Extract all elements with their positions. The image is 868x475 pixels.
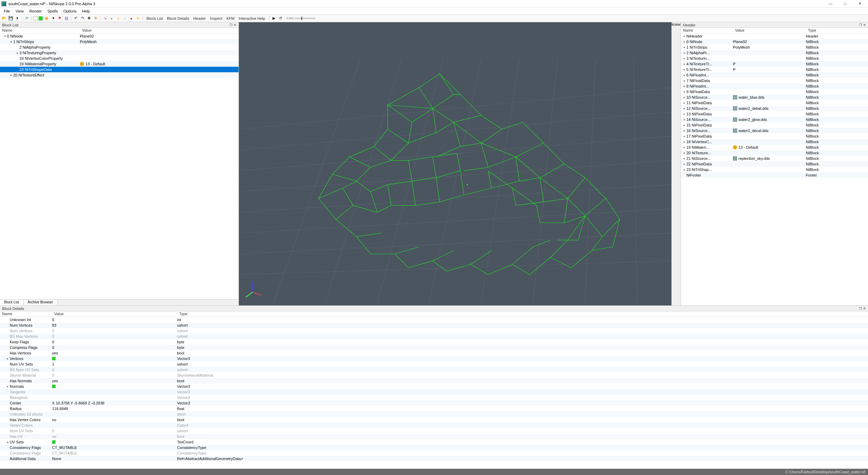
detail-row[interactable]: Skyrim Material0SkyrimHavokMaterial	[0, 372, 868, 378]
bdcol-value[interactable]: Value	[52, 311, 177, 317]
detail-row[interactable]: Consistency FlagsCT_MUTABLEConsistencyTy…	[0, 445, 868, 450]
panel-close-icon[interactable]: ✕	[234, 23, 236, 27]
expander-icon[interactable]: ▸	[682, 84, 686, 88]
toolbtn-interactive-help[interactable]: Interactive Help	[236, 16, 267, 21]
menu-view[interactable]: View	[13, 8, 26, 14]
detail-row[interactable]: Num Vertices83ushort	[0, 322, 868, 328]
detail-row[interactable]: BS Num UV Sets0ushort	[0, 367, 868, 372]
expander-icon[interactable]: ▸	[682, 51, 686, 55]
expander-icon[interactable]: ▸	[682, 73, 686, 77]
toolbtn-block-list[interactable]: Block List	[144, 16, 165, 21]
undo-icon[interactable]: ↶	[73, 16, 78, 21]
block-row[interactable]: 2 NiAlphaProperty	[0, 44, 239, 50]
header-row[interactable]: ▸0 NiNodePlane02NiBlock	[681, 39, 868, 44]
block-details-rows[interactable]: Unknown Int0intNum Vertices83ushortNum V…	[0, 317, 868, 469]
dot3-icon[interactable]: ●	[122, 16, 127, 21]
header-row[interactable]: ▸2 NiAlphaPr...NiBlock	[681, 50, 868, 56]
detail-row[interactable]: Consistency FlagsCT_MUTABLEConsistencyTy…	[0, 450, 868, 456]
header-row[interactable]: ▸21 NiSource...replection_sky.ddsNiBlock	[681, 156, 868, 161]
expander-icon[interactable]: ▸	[682, 129, 686, 132]
header-row[interactable]: ▸5 NiTextureTr...PNiBlock	[681, 67, 868, 72]
detail-row[interactable]: Unknown 13 shortsshort	[0, 411, 868, 417]
close-button[interactable]: ✕	[856, 1, 864, 6]
header-row[interactable]: ▸8 NiFloatInt...NiBlock	[681, 83, 868, 89]
expander-icon[interactable]: ▸	[6, 357, 10, 360]
axes-icon[interactable]: ✦	[50, 16, 56, 21]
header-row[interactable]: ▸3 NiTexturin...NiBlock	[681, 56, 868, 61]
dot4-icon[interactable]: ●	[128, 16, 134, 21]
expander-icon[interactable]: ▸	[682, 34, 686, 38]
open-icon[interactable]: 📂	[1, 16, 7, 21]
expander-icon[interactable]: ▸	[682, 68, 686, 71]
sun-icon[interactable]: ☀	[135, 16, 141, 21]
header-row[interactable]: ▸4 NiTextureTr...PNiBlock	[681, 61, 868, 67]
block-row[interactable]: ▾1 NiTriStripsPolyMesh	[0, 39, 239, 44]
expander-icon[interactable]: ▸	[682, 79, 686, 82]
expander-icon[interactable]: ▸	[9, 73, 13, 77]
header-row[interactable]: NiFooterFooter	[681, 172, 868, 178]
expander-icon[interactable]: ▸	[682, 57, 686, 60]
header-row[interactable]: ▸14 NiSource...water2_glow.ddsNiBlock	[681, 117, 868, 122]
detail-row[interactable]: Has Normalsyesbool	[0, 378, 868, 384]
hcol-value[interactable]: Value	[733, 28, 806, 33]
toolbtn-kfm[interactable]: KFM	[224, 16, 236, 21]
detail-row[interactable]: Has UVnobool	[0, 434, 868, 439]
viewport-3d[interactable]	[239, 22, 671, 305]
expander-icon[interactable]: ▸	[682, 168, 686, 171]
panel-undock-icon[interactable]: ❐	[859, 23, 862, 27]
header-row[interactable]: ▸1 NiTriStripsPolyMeshNiBlock	[681, 44, 868, 50]
menu-file[interactable]: File	[1, 8, 12, 14]
link-icon[interactable]: ⛓	[64, 16, 69, 21]
detail-row[interactable]: Has Vertex Colorsnobool	[0, 417, 868, 423]
block-row[interactable]: ▸3 NiTexturingProperty	[0, 50, 239, 56]
expander-icon[interactable]: ▸	[682, 151, 686, 155]
detail-row[interactable]: TangentsVector3	[0, 389, 868, 395]
detail-row[interactable]: CenterX 10.3758 Y -5.8668 Z -0.2838Vecto…	[0, 400, 868, 406]
expander-icon[interactable]: ▾	[9, 40, 13, 43]
header-row[interactable]: ▸18 NiVertexC...NiBlock	[681, 139, 868, 145]
hcol-name[interactable]: Name	[681, 28, 733, 33]
header-row[interactable]: ▸17 NiPixelDataNiBlock	[681, 133, 868, 139]
dot2-icon[interactable]: ●	[115, 16, 121, 21]
minimize-button[interactable]: —	[826, 1, 835, 6]
toolbtn-block-details[interactable]: Block Details	[165, 16, 191, 21]
tab-archive-browser[interactable]: Archive Browser	[24, 300, 58, 305]
expander-icon[interactable]: ▸	[6, 440, 10, 444]
save-icon[interactable]: 💾	[8, 16, 14, 21]
dot1-icon[interactable]: ●	[109, 16, 114, 21]
hcol-type[interactable]: Type	[806, 28, 818, 33]
block-row[interactable]: 23 NiTriShapeData	[0, 67, 239, 72]
detail-row[interactable]: Num Vertices0ushort	[0, 328, 868, 334]
expander-icon[interactable]: ▸	[6, 385, 10, 388]
move-icon[interactable]: ✥	[86, 16, 92, 21]
header-row[interactable]: ▸20 NiTexture...NiBlock	[681, 150, 868, 156]
expander-icon[interactable]: ▸	[682, 62, 686, 66]
block-row[interactable]: 19 NiMaterialProperty13 - Default	[0, 61, 239, 67]
expander-icon[interactable]: ▸	[682, 46, 686, 49]
bdcol-type[interactable]: Type	[177, 311, 190, 317]
header-row[interactable]: ▸10 NiSource...water_blue.ddsNiBlock	[681, 95, 868, 100]
header-row[interactable]: ▸16 NiSource...water2_decal.ddsNiBlock	[681, 128, 868, 133]
play-icon[interactable]: ▶	[271, 16, 277, 21]
reload-icon[interactable]: ⟳	[24, 16, 30, 21]
header-row[interactable]: ▸15 NiPixelDataNiBlock	[681, 122, 868, 128]
graph-icon[interactable]: ↘	[102, 16, 108, 21]
panel-undock-icon[interactable]: ❐	[859, 307, 862, 310]
target-icon[interactable]: ✵	[93, 16, 98, 21]
menu-help[interactable]: Help	[80, 8, 92, 14]
redo-icon[interactable]: ↷	[80, 16, 85, 21]
expander-icon[interactable]: ▸	[682, 118, 686, 121]
detail-row[interactable]: Num UV Sets0ushort	[0, 428, 868, 434]
color-chip-icon[interactable]	[33, 16, 37, 21]
panel-close-icon[interactable]: ✕	[863, 307, 866, 310]
detail-row[interactable]: Keep Flags0byte	[0, 339, 868, 345]
anim-slider[interactable]	[294, 18, 315, 19]
detail-row[interactable]: Num UV Sets1ushort	[0, 361, 868, 367]
detail-row[interactable]: Vertex ColorsColor4	[0, 423, 868, 428]
detail-row[interactable]: Compress Flags0byte	[0, 345, 868, 350]
header-row[interactable]: ▸19 NiMateri...13 - DefaultNiBlock	[681, 145, 868, 150]
header-row[interactable]: ▸7 NiFloatDataNiBlock	[681, 78, 868, 83]
detail-row[interactable]: ▸NormalsVector3	[0, 384, 868, 389]
header-row[interactable]: ▸23 NiTriShap...NiBlock	[681, 167, 868, 172]
detail-row[interactable]: Unknown Int0int	[0, 317, 868, 322]
